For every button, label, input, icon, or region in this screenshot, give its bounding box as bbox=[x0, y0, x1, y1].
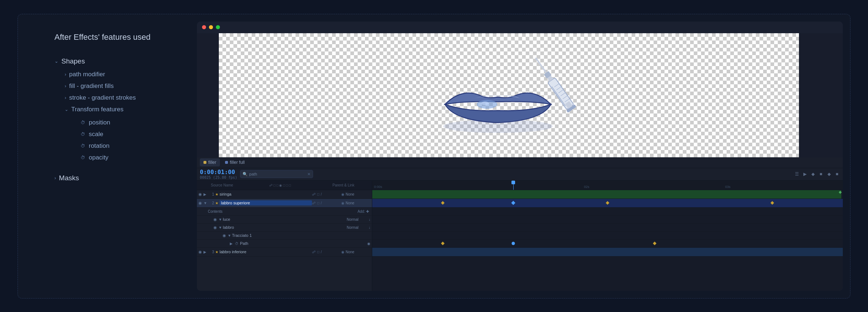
transform-features-label: Transform features bbox=[71, 106, 123, 113]
toolbar-icon-2[interactable]: ▶ bbox=[802, 171, 808, 177]
main-container: After Effects' features used ⌄ Shapes › … bbox=[18, 14, 850, 298]
expand-icon[interactable]: ▶ bbox=[203, 192, 209, 196]
expand-icon[interactable]: ▼ bbox=[228, 234, 232, 238]
path-expand-icon[interactable]: ▶ bbox=[230, 242, 235, 246]
labbro-row[interactable]: ◉ ▼ labbro Normal ↓ bbox=[197, 224, 372, 232]
blend-arrow[interactable]: ↓ bbox=[369, 217, 370, 222]
kf-row3-track bbox=[372, 248, 843, 256]
parent-circle-icon: ◉ bbox=[341, 250, 344, 254]
layer-row-1[interactable]: ◉ ▶ 1 ★ siringa ☍ □ / bbox=[197, 190, 372, 199]
kf-row-1 bbox=[372, 190, 843, 199]
expand-icon[interactable]: ▼ bbox=[218, 217, 223, 222]
layer-switches: ☍ □ / bbox=[312, 192, 341, 196]
layer-header-row: Source Name ☍ □ □ ◉ □ □ □ Parent & Link bbox=[197, 181, 372, 190]
path-row[interactable]: ▶ ⏱ Path ◉ bbox=[197, 240, 372, 248]
playhead-marker bbox=[511, 181, 515, 184]
ruler-label-0s: 0:00s bbox=[374, 185, 382, 190]
keyframe-panel: 0:00s 02s 03s bbox=[372, 181, 843, 291]
path-modifier-item: › path modifier bbox=[65, 69, 182, 80]
minimize-button[interactable] bbox=[209, 25, 213, 29]
shapes-sub-items: › path modifier › fill - gradient fills … bbox=[54, 69, 182, 163]
shapes-group-header[interactable]: ⌄ Shapes bbox=[54, 55, 182, 68]
switch-icon-1[interactable]: ☍ bbox=[312, 192, 316, 196]
ruler-label-03s: 03s bbox=[725, 185, 731, 190]
blend-mode: Normal bbox=[347, 226, 369, 230]
scale-item: ⏱ scale bbox=[81, 129, 182, 140]
toolbar-icons: ☰ ▶ ◆ ■ ◆ ■ bbox=[794, 171, 840, 177]
solo-icon[interactable]: ★ bbox=[215, 192, 220, 196]
chevron-right-icon: › bbox=[65, 84, 66, 88]
visibility-icon[interactable]: ◉ bbox=[198, 192, 203, 197]
layer-number: 2 bbox=[209, 201, 215, 205]
layer-name: siringa bbox=[220, 192, 312, 196]
section-title: After Effects' features used bbox=[54, 32, 182, 42]
masks-group-header[interactable]: › Masks bbox=[54, 172, 182, 184]
shapes-group: ⌄ Shapes › path modifier › fill - gradie… bbox=[54, 55, 182, 163]
path-circle-icon: ◉ bbox=[367, 242, 370, 246]
add-label: Add: ✚ bbox=[358, 209, 369, 213]
solo-icon[interactable]: ★ bbox=[215, 201, 220, 205]
visibility-icon[interactable]: ◉ bbox=[222, 233, 228, 238]
stroke-gradient-item: › stroke - gradient strokes bbox=[65, 92, 182, 103]
solo-icon[interactable]: ★ bbox=[215, 250, 220, 254]
switch-icon-1[interactable]: ☍ bbox=[312, 201, 316, 205]
search-icon: 🔍 bbox=[243, 172, 248, 177]
contents-label: Contents bbox=[208, 209, 358, 213]
time-ruler: 0:00s 02s 03s bbox=[372, 181, 843, 190]
luce-row[interactable]: ◉ ▼ luce Normal ↓ bbox=[197, 216, 372, 224]
layer-switches: ☍ □ / bbox=[312, 201, 341, 205]
masks-group-label: Masks bbox=[59, 174, 79, 182]
expand-icon[interactable]: ▶ bbox=[203, 250, 209, 254]
toolbar-icon-3[interactable]: ◆ bbox=[810, 171, 816, 177]
close-button[interactable] bbox=[202, 25, 206, 29]
search-clear-icon[interactable]: ✕ bbox=[307, 172, 311, 177]
switch-icon-3[interactable]: / bbox=[321, 201, 322, 205]
layer-row-3[interactable]: ◉ ▶ 3 ★ labbro inferiore ☍ □ / bbox=[197, 248, 372, 257]
layer-name: labbro inferiore bbox=[220, 250, 312, 254]
switch-icon-2[interactable]: □ bbox=[317, 250, 319, 254]
playhead[interactable] bbox=[513, 181, 514, 190]
toolbar-icon-6[interactable]: ■ bbox=[834, 171, 840, 177]
tab-filler-full[interactable]: filler full bbox=[221, 158, 248, 166]
opacity-label: opacity bbox=[89, 154, 108, 161]
visibility-icon[interactable]: ◉ bbox=[198, 201, 203, 205]
shapes-group-label: Shapes bbox=[61, 57, 85, 65]
search-box[interactable]: 🔍 path ✕ bbox=[240, 170, 313, 178]
visibility-icon[interactable]: ◉ bbox=[198, 250, 203, 254]
preview-area bbox=[197, 33, 843, 157]
chevron-down-icon: ⌄ bbox=[54, 59, 58, 63]
visibility-icon[interactable]: ◉ bbox=[213, 225, 218, 230]
switch-icon-2[interactable]: □ bbox=[317, 192, 319, 196]
parent-circle-icon: ◉ bbox=[341, 192, 344, 196]
blend-arrow[interactable]: ↓ bbox=[369, 226, 370, 230]
layer-row-2[interactable]: ◉ ▼ 2 ★ labbro superiore ☍ □ / bbox=[197, 199, 372, 208]
toolbar-icon-1[interactable]: ☰ bbox=[794, 171, 800, 177]
chevron-right-icon: › bbox=[54, 176, 56, 180]
maximize-button[interactable] bbox=[216, 25, 220, 29]
layer-parent: ◉ None bbox=[341, 201, 370, 205]
tab-filler[interactable]: filler bbox=[200, 158, 220, 166]
switch-icon-3[interactable]: / bbox=[321, 192, 322, 196]
kf-rows bbox=[372, 190, 843, 257]
rotation-item: ⏱ rotation bbox=[81, 140, 182, 151]
tracciato-row[interactable]: ◉ ▼ Tracciato 1 bbox=[197, 232, 372, 240]
toolbar-icon-5[interactable]: ◆ bbox=[826, 171, 832, 177]
path-keyframe-icon[interactable]: ⏱ bbox=[235, 242, 240, 246]
expand-icon[interactable]: ▼ bbox=[218, 226, 223, 230]
kf-path-diamond-2 bbox=[653, 242, 656, 245]
layer-panel: Source Name ☍ □ □ ◉ □ □ □ Parent & Link … bbox=[197, 181, 843, 291]
timeline-toolbar: 0:00:01:00 00025 (25.00 fps) 🔍 path ✕ ☰ … bbox=[197, 168, 843, 181]
timeline-area: 0:00:01:00 00025 (25.00 fps) 🔍 path ✕ ☰ … bbox=[197, 168, 843, 291]
switch-icon-3[interactable]: / bbox=[321, 250, 322, 254]
toolbar-icon-4[interactable]: ■ bbox=[818, 171, 824, 177]
layer-header-parent: Parent & Link bbox=[332, 183, 369, 187]
switch-icon-1[interactable]: ☍ bbox=[312, 250, 316, 254]
switch-icon-2[interactable]: □ bbox=[317, 201, 319, 205]
parent-text: None bbox=[346, 201, 354, 205]
timeline-tabs: filler filler full bbox=[197, 157, 843, 168]
left-panel: After Effects' features used ⌄ Shapes › … bbox=[18, 14, 197, 298]
visibility-icon[interactable]: ◉ bbox=[213, 217, 218, 222]
expand-icon[interactable]: ▼ bbox=[203, 201, 209, 205]
switches-label: ☍ □ □ ◉ □ □ □ bbox=[269, 184, 291, 187]
rotation-label: rotation bbox=[89, 142, 110, 150]
